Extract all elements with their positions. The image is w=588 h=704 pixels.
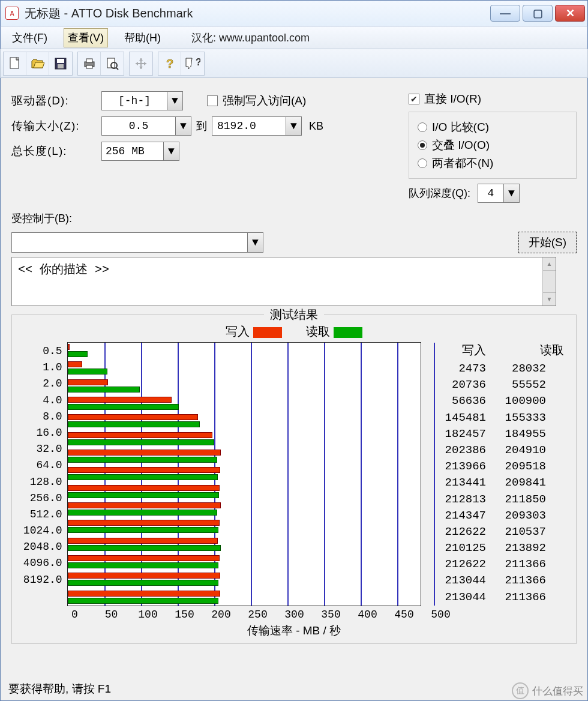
results-panel: 测试结果 写入 读取 0.51.02.04.08.016.032.064.012…: [11, 314, 577, 644]
transfer-min-combo[interactable]: 0.5 ▼: [101, 116, 191, 136]
chevron-down-icon: ▼: [286, 117, 301, 135]
gridline: [434, 343, 435, 606]
table-row: 212622210537: [426, 524, 568, 540]
legend-write-swatch: [253, 327, 282, 338]
menu-extra: 汉化: www.upantool.com: [191, 31, 310, 45]
preview-icon[interactable]: [101, 52, 124, 75]
bar-write: [68, 573, 220, 579]
bar-read: [68, 421, 200, 427]
queue-value: 4: [478, 187, 503, 199]
whatsthis-icon[interactable]: ?: [181, 52, 204, 75]
to-label: 到: [196, 119, 207, 133]
table-row: 145481155333: [426, 410, 568, 426]
bar-write: [68, 467, 220, 473]
transfer-max-combo[interactable]: 8192.0 ▼: [212, 116, 302, 136]
gridline: [287, 343, 289, 606]
table-row: 202386204910: [426, 442, 568, 459]
controlled-by-combo[interactable]: ▼: [11, 232, 263, 253]
menubar: 文件(F) 查看(V) 帮助(H) 汉化: www.upantool.com: [0, 26, 588, 49]
help-icon[interactable]: ?: [158, 52, 181, 75]
force-write-checkbox[interactable]: 强制写入访问(A): [207, 93, 306, 109]
drive-combo[interactable]: [-h-] ▼: [101, 91, 183, 110]
length-combo[interactable]: 256 MB ▼: [101, 142, 179, 161]
col-read-header: 读取: [504, 342, 564, 358]
svg-text:?: ?: [196, 57, 200, 67]
force-write-label: 强制写入访问(A): [223, 93, 306, 109]
table-row: 56636100900: [426, 393, 568, 409]
transfer-max-value: 8192.0: [212, 120, 286, 132]
svg-rect-6: [86, 65, 92, 68]
bar-read: [68, 457, 218, 463]
svg-text:?: ?: [166, 57, 173, 70]
menu-view[interactable]: 查看(V): [64, 28, 108, 47]
chevron-down-icon: ▼: [163, 142, 179, 160]
transfer-size-label: 传输大小(Z):: [11, 118, 101, 134]
bar-read: [68, 474, 218, 480]
unit-label: KB: [309, 120, 323, 133]
bar-write: [68, 450, 221, 456]
scroll-up-icon[interactable]: ▲: [543, 257, 556, 271]
open-icon[interactable]: [26, 52, 49, 75]
queue-depth-label: 队列深度(Q):: [409, 186, 470, 200]
bar-write: [68, 591, 220, 597]
bar-write: [68, 538, 218, 544]
drive-label: 驱动器(D):: [11, 93, 101, 109]
neither-radio[interactable]: 两者都不(N): [418, 155, 568, 171]
gridline: [324, 343, 325, 606]
chevron-down-icon: ▼: [175, 117, 191, 135]
move-icon: [130, 52, 152, 75]
bar-write: [68, 555, 220, 561]
io-mode-group: I/O 比较(C) 交叠 I/O(O) 两者都不(N): [409, 112, 577, 179]
bar-write: [68, 344, 70, 350]
bar-read: [68, 580, 219, 586]
chevron-down-icon: ▼: [503, 184, 519, 202]
bar-write: [68, 432, 212, 438]
bar-read: [68, 387, 140, 393]
value-columns: 写入 读取 2473280322073655552566361009001454…: [426, 342, 568, 606]
minimize-button[interactable]: —: [490, 5, 520, 22]
description-box[interactable]: << 你的描述 >> ▲ ▼: [11, 257, 556, 306]
queue-combo[interactable]: 4 ▼: [478, 184, 520, 203]
menu-file[interactable]: 文件(F): [8, 28, 52, 47]
window-title: 无标题 - ATTO Disk Benchmark: [25, 5, 193, 22]
col-write-header: 写入: [426, 342, 486, 358]
scrollbar[interactable]: ▲ ▼: [542, 257, 556, 305]
bar-write: [68, 361, 83, 367]
transfer-min-value: 0.5: [102, 120, 175, 132]
chart-legend: 写入 读取: [20, 323, 568, 340]
radio-icon: [418, 158, 427, 168]
io-compare-radio[interactable]: I/O 比较(C): [418, 119, 568, 135]
menu-help[interactable]: 帮助(H): [120, 28, 165, 47]
table-row: 2073655552: [426, 377, 568, 393]
gridline: [251, 343, 252, 606]
svg-rect-3: [58, 64, 64, 68]
watermark: 值 什么值得买: [512, 682, 583, 699]
scroll-down-icon[interactable]: ▼: [543, 292, 556, 305]
svg-rect-2: [57, 59, 64, 63]
svg-rect-5: [86, 59, 92, 62]
radio-icon: [418, 122, 427, 132]
chart-plot: [67, 342, 421, 606]
status-bar: 要获得帮助, 请按 F1: [1, 678, 587, 700]
print-icon[interactable]: [78, 52, 101, 75]
bar-read: [68, 351, 88, 357]
checkbox-icon: ✔: [409, 94, 419, 104]
save-icon[interactable]: [49, 52, 72, 75]
new-icon[interactable]: [4, 52, 26, 75]
direct-io-checkbox[interactable]: ✔ 直接 I/O(R): [409, 91, 577, 107]
svg-line-9: [116, 68, 118, 70]
start-button[interactable]: 开始(S): [518, 232, 577, 253]
app-icon: A: [5, 7, 19, 20]
drive-value: [-h-]: [102, 95, 167, 107]
table-row: 212813211850: [426, 492, 568, 508]
table-row: 247328032: [426, 361, 568, 377]
length-value: 256 MB: [102, 145, 163, 157]
bar-read: [68, 598, 219, 604]
chevron-down-icon: ▼: [247, 233, 263, 252]
bar-read: [68, 369, 107, 375]
table-row: 213966209518: [426, 459, 568, 475]
close-button[interactable]: ✕: [555, 5, 585, 22]
bar-read: [68, 527, 218, 533]
overlap-io-radio[interactable]: 交叠 I/O(O): [418, 137, 568, 153]
maximize-button[interactable]: ▢: [523, 5, 553, 22]
